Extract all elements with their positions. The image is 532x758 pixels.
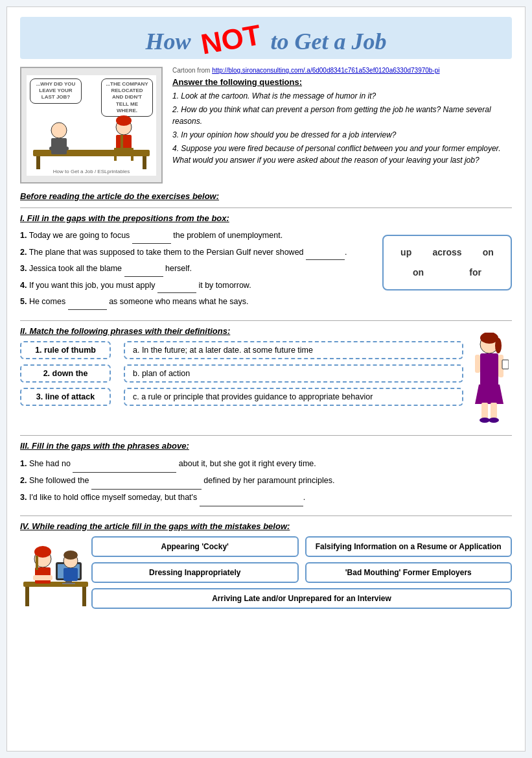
fill3-sentence-1: 1. She had no about it, but she got it r… xyxy=(20,456,512,473)
sentence-4: 4. If you want this job, you must apply … xyxy=(20,278,369,294)
question-2: 2. How do you think what can prevent a p… xyxy=(172,104,512,127)
fill3-blank-3 xyxy=(200,490,303,506)
svg-rect-36 xyxy=(36,556,38,570)
woman-svg xyxy=(470,333,509,423)
fill-section-row: 1. Today we are going to focus the probl… xyxy=(20,228,512,311)
mistake-dressing: Dressing Inappropriately xyxy=(91,562,299,583)
match-grid: 1. rule of thumb a. In the future; at a … xyxy=(20,341,463,406)
svg-point-24 xyxy=(489,418,499,423)
section-2-title: II. Match the following phrases with the… xyxy=(20,326,463,336)
question-4: 4. Suppose you were fired because of per… xyxy=(172,143,512,166)
mistake-bad-mouthing: 'Bad Mouthing' Former Employers xyxy=(305,562,513,583)
svg-rect-19 xyxy=(502,360,509,369)
svg-rect-16 xyxy=(480,353,498,386)
page-title: How NOT to Get a Job xyxy=(20,23,512,56)
svg-marker-17 xyxy=(475,385,503,404)
divider-4 xyxy=(20,515,512,516)
fill3-blank-1 xyxy=(73,456,176,473)
svg-rect-39 xyxy=(64,568,78,581)
section-3-title: III. Fill in the gaps with the phrases a… xyxy=(20,441,512,451)
prep-on-2: on xyxy=(413,263,424,283)
divider-1 xyxy=(20,207,512,208)
svg-rect-26 xyxy=(25,587,29,606)
section-4: IV. While reading the article fill in th… xyxy=(20,521,512,617)
section-1: I. Fill in the gaps with the preposition… xyxy=(20,213,512,311)
cartoon-source: Cartoon from http://blog.sironaconsultin… xyxy=(172,67,512,74)
mistake-cocky: Appearing 'Cocky' xyxy=(91,536,299,557)
match-row-3: 3. line of attack c. a rule or principle… xyxy=(20,388,463,406)
blank-2 xyxy=(306,245,345,261)
svg-point-15 xyxy=(495,338,502,353)
speech-bubble-interviewer: ...WHY DID YOU LEAVE YOUR LAST JOB? xyxy=(30,78,82,104)
fill3-sentence-2: 2. She followed the defined by her param… xyxy=(20,473,512,490)
match-def-a: a. In the future; at a later date. at so… xyxy=(124,341,463,359)
cartoon-svg xyxy=(27,108,156,172)
prep-row-1: up across on xyxy=(397,243,498,263)
section-1-title: I. Fill in the gaps with the preposition… xyxy=(20,213,512,223)
cartoon-link[interactable]: http://blog.sironaconsulting.com/.a/6d00… xyxy=(212,67,439,74)
svg-rect-10 xyxy=(114,151,117,161)
svg-point-23 xyxy=(480,418,490,423)
divider-3 xyxy=(20,435,512,436)
blank-5 xyxy=(68,294,107,310)
section-2-content: II. Match the following phrases with the… xyxy=(20,326,463,406)
mistakes-row-3: Arriving Late and/or Unprepared for an I… xyxy=(91,588,512,609)
svg-rect-25 xyxy=(23,582,88,587)
sentence-1: 1. Today we are going to focus the probl… xyxy=(20,228,369,244)
sentence-2: 2. The plane that was supposed to take t… xyxy=(20,245,369,261)
prep-for: for xyxy=(469,263,481,283)
cartoon-caption: How to Get a Job / ESLprintables xyxy=(27,167,156,176)
svg-rect-21 xyxy=(481,403,488,419)
person-at-desk-figure xyxy=(20,536,85,617)
svg-rect-35 xyxy=(62,583,75,584)
svg-rect-12 xyxy=(121,135,123,149)
mistake-falsifying: Falsifying Information on a Resume or Ap… xyxy=(305,536,513,557)
svg-rect-4 xyxy=(51,138,67,154)
before-reading-text: Before reading the article do the exerci… xyxy=(20,191,512,201)
header-banner: How NOT to Get a Job xyxy=(20,17,512,59)
title-suffix: to Get a Job xyxy=(270,29,386,54)
fill3-sentence-3: 3. I'd like to hold office myself someda… xyxy=(20,490,512,506)
svg-rect-31 xyxy=(33,575,52,580)
svg-rect-9 xyxy=(114,148,133,151)
svg-rect-20 xyxy=(475,355,480,373)
top-section: ...WHY DID YOU LEAVE YOUR LAST JOB? ...T… xyxy=(20,67,512,184)
mistakes-section: Appearing 'Cocky' Falsifying Information… xyxy=(20,536,512,617)
fill-gaps-sentences: 1. Today we are going to focus the probl… xyxy=(20,228,369,310)
match-def-b: b. plan of action xyxy=(124,364,463,383)
fill3-blank-2 xyxy=(91,473,202,490)
title-not: NOT xyxy=(198,18,263,60)
sentence-5: 5. He comes as someone who means what he… xyxy=(20,294,369,310)
page: How NOT to Get a Job ...WHY DID YOU LEAV… xyxy=(6,6,526,752)
section-4-title: IV. While reading the article fill in th… xyxy=(20,521,512,531)
svg-rect-8 xyxy=(116,135,132,149)
prep-on-1: on xyxy=(483,243,494,263)
title-how: How xyxy=(146,29,191,54)
svg-point-7 xyxy=(116,115,132,126)
svg-rect-11 xyxy=(131,151,133,161)
svg-rect-27 xyxy=(82,587,86,606)
section-3: III. Fill in the gaps with the phrases a… xyxy=(20,441,512,506)
svg-point-3 xyxy=(51,123,67,138)
prep-across: across xyxy=(432,243,461,263)
woman-figure-container xyxy=(470,333,512,426)
blank-1 xyxy=(132,228,171,244)
fill-gaps-3: 1. She had no about it, but she got it r… xyxy=(20,456,512,506)
match-row-1: 1. rule of thumb a. In the future; at a … xyxy=(20,341,463,359)
sentence-3: 3. Jessica took all the blame herself. xyxy=(20,261,369,277)
blank-3 xyxy=(124,261,163,277)
mistakes-grid: Appearing 'Cocky' Falsifying Information… xyxy=(91,536,512,614)
prep-up: up xyxy=(400,243,411,263)
mistakes-row-1: Appearing 'Cocky' Falsifying Information… xyxy=(91,536,512,557)
questions-heading: Answer the following questions: xyxy=(172,77,512,87)
cartoon-image: ...WHY DID YOU LEAVE YOUR LAST JOB? ...T… xyxy=(20,67,163,184)
match-def-c: c. a rule or principle that provides gui… xyxy=(124,388,463,406)
mistake-arriving-late: Arriving Late and/or Unprepared for an I… xyxy=(91,588,512,609)
match-phrase-1: 1. rule of thumb xyxy=(20,341,111,359)
svg-rect-5 xyxy=(49,147,69,150)
svg-point-38 xyxy=(64,551,78,560)
svg-rect-22 xyxy=(491,403,497,419)
match-phrase-2: 2. down the xyxy=(20,364,111,383)
section-2: II. Match the following phrases with the… xyxy=(20,326,512,426)
cartoon-scene: ...WHY DID YOU LEAVE YOUR LAST JOB? ...T… xyxy=(27,75,156,176)
